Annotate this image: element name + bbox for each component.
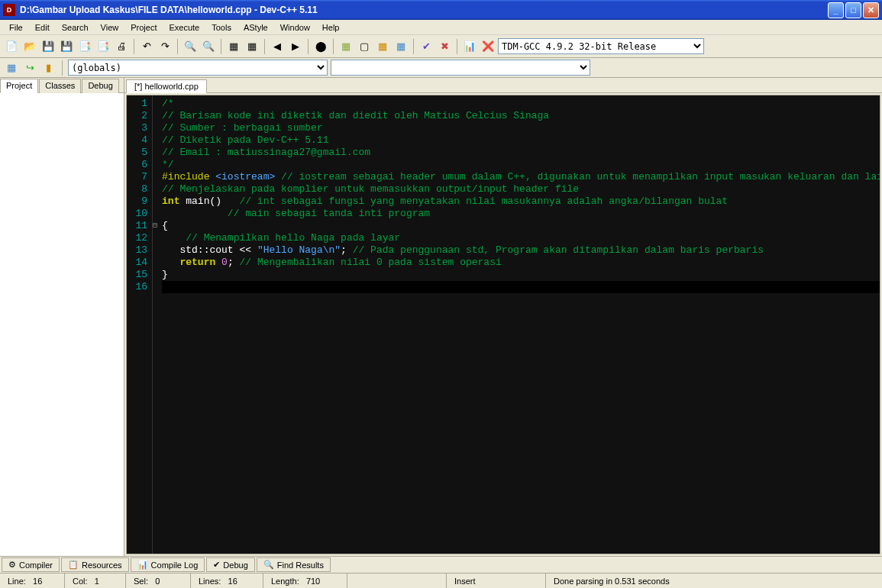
open-file-button[interactable]: 📂 — [21, 38, 38, 55]
left-tab-classes[interactable]: Classes — [39, 79, 81, 93]
save-file-button[interactable]: 💾 — [40, 38, 57, 55]
delete-profile-button[interactable]: ❌ — [480, 38, 496, 55]
stop-button[interactable]: ⬤ — [312, 38, 329, 55]
new-file-button[interactable]: 📄 — [3, 38, 20, 55]
debug-button[interactable]: ✔ — [418, 38, 435, 55]
app-icon: D — [3, 4, 15, 16]
maximize-button[interactable]: □ — [845, 2, 861, 18]
compiler-select[interactable]: TDM-GCC 4.9.2 32-bit Release — [498, 38, 704, 54]
status-bar: Line: 16 Col: 1 Sel: 0 Lines: 16 Length:… — [0, 573, 882, 588]
file-tabs: [*] helloworld.cpp — [124, 78, 882, 93]
code-line[interactable]: // Sumber : berbagai sumber — [162, 122, 880, 134]
code-line[interactable]: // Menjelaskan pada komplier untuk memas… — [162, 183, 880, 195]
syntax-check-button[interactable]: ▦ — [374, 38, 391, 55]
bottom-tabs: ⚙Compiler📋Resources📊Compile Log✔Debug🔍Fi… — [0, 556, 882, 573]
save-as-button[interactable]: 📑 — [76, 38, 93, 55]
redo-button[interactable]: ↷ — [157, 38, 173, 55]
code-line[interactable]: } — [162, 269, 880, 281]
profile-button[interactable]: 📊 — [461, 38, 478, 55]
bottom-tab-find-results[interactable]: 🔍Find Results — [257, 557, 331, 572]
compile-run-button[interactable]: ▦ — [338, 38, 354, 55]
bottom-tab-compiler[interactable]: ⚙Compiler — [2, 557, 60, 572]
compile-log-icon: 📊 — [137, 560, 148, 570]
menu-execute[interactable]: Execute — [163, 21, 205, 34]
code-line[interactable] — [162, 281, 880, 293]
symbol-select[interactable] — [331, 60, 590, 76]
menu-window[interactable]: Window — [274, 21, 316, 34]
rebuild-button[interactable]: ▢ — [356, 38, 373, 55]
resources-icon: 📋 — [68, 560, 79, 570]
clean-button[interactable]: ▦ — [393, 38, 409, 55]
code-line[interactable]: { — [162, 220, 880, 232]
scope-select[interactable]: (globals) — [68, 60, 328, 76]
close-button[interactable]: 📑 — [95, 38, 111, 55]
code-line[interactable]: #include <iostream> // iostream sebagai … — [162, 171, 880, 183]
code-editor[interactable]: 12345678910111213141516 ⊟ /*// Barisan k… — [126, 95, 880, 554]
bottom-tab-label: Find Results — [277, 561, 324, 570]
undo-button[interactable]: ↶ — [138, 38, 155, 55]
code-line[interactable]: // Email : matiussinaga27@gmail.com — [162, 147, 880, 159]
menu-file[interactable]: File — [3, 21, 29, 34]
close-button[interactable]: ✕ — [863, 2, 879, 18]
status-length: Length: 710 — [263, 573, 347, 588]
status-line: Line: 16 — [0, 573, 65, 588]
bottom-tab-label: Compile Log — [151, 561, 199, 570]
save-all-button[interactable]: 💾 — [58, 38, 75, 55]
menu-view[interactable]: View — [95, 21, 125, 34]
status-col: Col: 1 — [65, 573, 126, 588]
line-gutter: 12345678910111213141516 — [127, 95, 153, 554]
find-button[interactable]: 🔍 — [182, 38, 199, 55]
minimize-button[interactable]: _ — [828, 2, 844, 18]
code-line[interactable]: int main() // int sebagai fungsi yang me… — [162, 195, 880, 208]
toolbar-separator — [177, 39, 178, 54]
stop-debug-button[interactable]: ✖ — [436, 38, 453, 55]
replace-button[interactable]: 🔍 — [200, 38, 217, 55]
code-line[interactable]: // Diketik pada Dev-C++ 5.11 — [162, 134, 880, 147]
code-line[interactable]: // Menampilkan hello Naga pada layar — [162, 232, 880, 244]
print-button[interactable]: 🖨 — [113, 38, 130, 55]
compile-button[interactable]: ▦ — [225, 38, 242, 55]
menu-astyle[interactable]: AStyle — [237, 21, 274, 34]
menu-project[interactable]: Project — [124, 21, 163, 34]
find-results-icon: 🔍 — [263, 560, 274, 570]
toolbar-separator — [134, 39, 134, 54]
code-line[interactable]: std::cout << "Hello Naga\n"; // Pada pen… — [162, 244, 880, 257]
toolbar-separator — [308, 39, 309, 54]
menu-help[interactable]: Help — [316, 21, 346, 34]
bookmark-button[interactable]: ▮ — [40, 60, 57, 76]
bottom-tab-resources[interactable]: 📋Resources — [61, 557, 129, 572]
code-line[interactable]: // main sebagai tanda inti program — [162, 208, 880, 220]
toolbar-separator — [221, 39, 221, 54]
toolbar-separator — [62, 60, 63, 76]
status-blank — [347, 573, 447, 588]
menu-tools[interactable]: Tools — [205, 21, 237, 34]
bottom-tab-debug[interactable]: ✔Debug — [206, 557, 254, 572]
menu-edit[interactable]: Edit — [29, 21, 56, 34]
code-line[interactable]: /* — [162, 98, 880, 110]
forward-button[interactable]: ▶ — [287, 38, 304, 55]
editor-area: [*] helloworld.cpp 123456789101112131415… — [124, 78, 882, 556]
toolbar-separator — [413, 39, 414, 54]
bottom-tab-label: Debug — [223, 561, 247, 570]
goto-impl-button[interactable]: ↪ — [21, 60, 38, 76]
project-tree[interactable] — [0, 93, 124, 556]
new-class-button[interactable]: ▦ — [3, 60, 20, 76]
bottom-tab-label: Resources — [82, 561, 122, 570]
back-button[interactable]: ◀ — [269, 38, 286, 55]
menu-search[interactable]: Search — [56, 21, 95, 34]
toolbar-separator — [333, 39, 334, 54]
file-tab[interactable]: [*] helloworld.cpp — [126, 79, 207, 93]
menu-bar: FileEditSearchViewProjectExecuteToolsASt… — [0, 20, 882, 35]
left-tab-debug[interactable]: Debug — [82, 79, 118, 93]
code-content[interactable]: /*// Barisan kode ini diketik dan diedit… — [157, 95, 880, 554]
status-sel: Sel: 0 — [126, 573, 191, 588]
left-panel: ProjectClassesDebug — [0, 78, 124, 556]
bottom-tab-compile-log[interactable]: 📊Compile Log — [131, 557, 205, 572]
toolbar-separator — [264, 39, 265, 54]
left-tab-project[interactable]: Project — [0, 79, 38, 93]
status-parse: Done parsing in 0.531 seconds — [546, 573, 882, 588]
code-line[interactable]: // Barisan kode ini diketik dan diedit o… — [162, 110, 880, 122]
code-line[interactable]: */ — [162, 159, 880, 171]
code-line[interactable]: return 0; // Mengembalikan nilai 0 pada … — [162, 257, 880, 269]
run-button[interactable]: ▦ — [244, 38, 260, 55]
